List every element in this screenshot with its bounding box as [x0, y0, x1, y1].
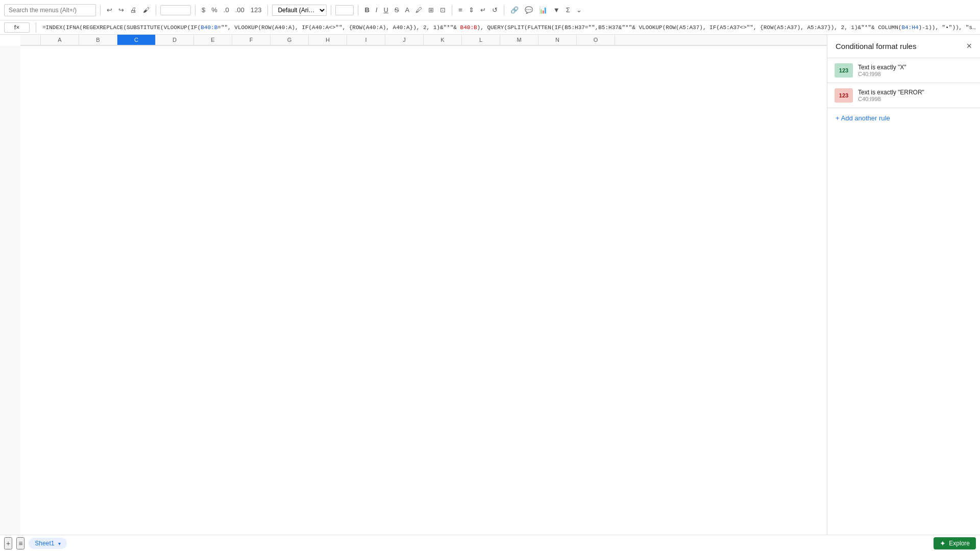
col-header-o[interactable]: O	[577, 35, 615, 45]
col-header-k[interactable]: K	[424, 35, 462, 45]
percent-button[interactable]: %	[209, 5, 219, 15]
toolbar-separator-6	[358, 5, 358, 15]
rule-badge-2: 123	[835, 88, 853, 103]
sheet-dropdown-icon: ▾	[58, 541, 61, 546]
search-input[interactable]	[4, 4, 96, 16]
rotate-button[interactable]: ↺	[490, 5, 500, 15]
decimal2-button[interactable]: .00	[233, 5, 247, 15]
valign-button[interactable]: ⇕	[467, 5, 476, 15]
rule-text-2: Text is exactly "ERROR"	[858, 89, 924, 96]
font-size-input[interactable]: 10	[335, 5, 354, 15]
panel-close-button[interactable]: ×	[966, 41, 972, 52]
col-header-d[interactable]: D	[156, 35, 194, 45]
rule-item-2[interactable]: 123 Text is exactly "ERROR" C40:I998	[827, 83, 980, 108]
rule-range-2: C40:I998	[858, 96, 924, 102]
text-color-button[interactable]: A	[403, 5, 412, 15]
rule-badge-1: 123	[835, 63, 853, 78]
zoom-input[interactable]: 100%	[160, 5, 191, 15]
undo-button[interactable]: ↩	[105, 5, 114, 15]
conditional-format-panel: Conditional format rules × 123 Text is e…	[827, 35, 980, 535]
col-header-i[interactable]: I	[347, 35, 385, 45]
formula-sep	[36, 22, 36, 33]
decimal1-button[interactable]: .0	[222, 5, 231, 15]
function-button[interactable]: Σ	[564, 5, 572, 15]
add-sheet-button[interactable]: +	[4, 537, 12, 549]
italic-button[interactable]: I	[374, 5, 380, 15]
col-header-h[interactable]: H	[309, 35, 347, 45]
col-header-n[interactable]: N	[538, 35, 577, 45]
col-header-a[interactable]: A	[41, 35, 79, 45]
strikethrough-button[interactable]: S	[393, 5, 401, 15]
sheet1-tab[interactable]: Sheet1 ▾	[29, 538, 66, 549]
explore-icon: ✦	[940, 539, 946, 547]
highlight-button[interactable]: 🖊	[413, 5, 424, 15]
col-header-m[interactable]: M	[500, 35, 538, 45]
explore-button[interactable]: ✦ Explore	[934, 537, 976, 549]
link-button[interactable]: 🔗	[508, 5, 521, 15]
rule-text-container-2: Text is exactly "ERROR" C40:I998	[858, 89, 924, 102]
filter-button[interactable]: ▼	[551, 5, 562, 15]
col-header-j[interactable]: J	[385, 35, 424, 45]
rule-range-1: C40:I998	[858, 71, 906, 77]
panel-title: Conditional format rules	[836, 42, 916, 51]
row-numbers	[0, 45, 20, 535]
spreadsheet-grid	[20, 45, 827, 46]
col-header-e[interactable]: E	[194, 35, 232, 45]
print-button[interactable]: 🖨	[128, 5, 139, 15]
add-rule-button[interactable]: + Add another rule	[827, 108, 980, 128]
row-num-header	[20, 35, 41, 45]
col-header-b[interactable]: B	[79, 35, 117, 45]
formula-content: =INDEX(IFNA(REGEXREPLACE(SUBSTITUTE(VLOO…	[42, 24, 976, 31]
sheets-menu-button[interactable]: ≡	[16, 537, 24, 549]
col-header-l[interactable]: L	[462, 35, 500, 45]
col-header-f[interactable]: F	[232, 35, 271, 45]
comment-button[interactable]: 💬	[523, 5, 535, 15]
bold-button[interactable]: B	[362, 5, 371, 15]
currency-button[interactable]: $	[200, 5, 207, 15]
redo-button[interactable]: ↪	[116, 5, 126, 15]
underline-button[interactable]: U	[381, 5, 390, 15]
toolbar-separator-5	[331, 5, 331, 15]
wrap-button[interactable]: ↵	[478, 5, 488, 15]
toolbar-separator-3	[195, 5, 195, 15]
col-header-g[interactable]: G	[271, 35, 309, 45]
rule-text-1: Text is exactly "X"	[858, 64, 906, 71]
rules-list: 123 Text is exactly "X" C40:I998 123 Tex…	[827, 58, 980, 108]
more-button[interactable]: ⌄	[574, 5, 584, 15]
borders-button[interactable]: ⊞	[426, 5, 436, 15]
font-family-select[interactable]: Default (Ari…	[272, 5, 327, 16]
toolbar-separator-8	[504, 5, 504, 15]
col-header-c[interactable]: C	[117, 35, 156, 45]
rule-text-container-1: Text is exactly "X" C40:I998	[858, 64, 906, 77]
toolbar-separator-4	[267, 5, 268, 15]
format123-button[interactable]: 123	[249, 5, 264, 15]
toolbar-separator-7	[452, 5, 452, 15]
align-button[interactable]: ≡	[456, 5, 464, 15]
paint-format-button[interactable]: 🖌	[141, 5, 152, 15]
toolbar-separator	[100, 5, 101, 15]
rule-item-1[interactable]: 123 Text is exactly "X" C40:I998	[827, 58, 980, 83]
chart-button[interactable]: 📊	[537, 5, 549, 15]
toolbar-separator-2	[156, 5, 156, 15]
cell-ref-display: f×	[4, 22, 30, 33]
merge-cells-button[interactable]: ⊡	[438, 5, 448, 15]
